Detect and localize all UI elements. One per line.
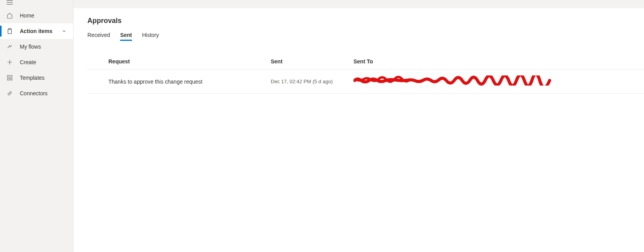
sidebar-item-label: My flows xyxy=(20,44,67,50)
tab-sent[interactable]: Sent xyxy=(120,32,132,40)
cell-request: Thanks to approve this change request xyxy=(87,79,271,85)
main: Approvals Received Sent History Request … xyxy=(73,0,644,252)
column-header-sent-to[interactable]: Sent To xyxy=(353,58,644,65)
tab-label: Sent xyxy=(120,32,132,38)
plus-icon xyxy=(6,58,14,66)
tab-received[interactable]: Received xyxy=(87,32,110,40)
sidebar-item-label: Connectors xyxy=(20,90,67,96)
cell-sent: Dec 17, 02:42 PM (5 d ago) xyxy=(271,79,353,84)
home-icon xyxy=(6,12,14,19)
sidebar: Home Action items My flows xyxy=(0,0,73,252)
redacted-text xyxy=(353,78,548,84)
sidebar-item-my-flows[interactable]: My flows xyxy=(0,39,73,54)
sidebar-item-label: Create xyxy=(20,59,67,65)
tabs: Received Sent History xyxy=(87,32,644,40)
table-header-row: Request Sent Sent To xyxy=(87,58,644,70)
flow-icon xyxy=(6,43,14,51)
sidebar-item-home[interactable]: Home xyxy=(0,8,73,23)
templates-icon xyxy=(6,74,14,82)
svg-rect-2 xyxy=(7,75,12,77)
svg-rect-3 xyxy=(7,78,9,80)
table-row[interactable]: Thanks to approve this change request De… xyxy=(87,70,644,94)
column-header-sent[interactable]: Sent xyxy=(271,58,353,65)
sidebar-item-label: Templates xyxy=(20,75,67,81)
sidebar-item-templates[interactable]: Templates xyxy=(0,70,73,86)
tab-label: Received xyxy=(87,32,110,38)
svg-rect-4 xyxy=(10,78,12,80)
page-title: Approvals xyxy=(87,17,644,25)
content: Approvals Received Sent History Request … xyxy=(73,8,644,252)
sidebar-item-connectors[interactable]: Connectors xyxy=(0,86,73,101)
svg-rect-1 xyxy=(9,28,11,30)
sidebar-item-label: Home xyxy=(20,12,67,19)
sidebar-item-create[interactable]: Create xyxy=(0,54,73,70)
tab-label: History xyxy=(142,32,159,38)
approvals-table: Request Sent Sent To Thanks to approve t… xyxy=(87,58,644,94)
sidebar-item-action-items[interactable]: Action items xyxy=(0,23,73,39)
hamburger-button[interactable] xyxy=(0,0,73,8)
clipboard-icon xyxy=(6,27,14,35)
tab-history[interactable]: History xyxy=(142,32,159,40)
column-header-request[interactable]: Request xyxy=(87,58,271,65)
chevron-down-icon xyxy=(62,28,67,34)
topbar xyxy=(73,0,644,8)
hamburger-icon xyxy=(7,0,13,5)
sidebar-item-label: Action items xyxy=(20,28,62,34)
cell-sent-to xyxy=(353,78,644,85)
connector-icon xyxy=(6,89,14,97)
